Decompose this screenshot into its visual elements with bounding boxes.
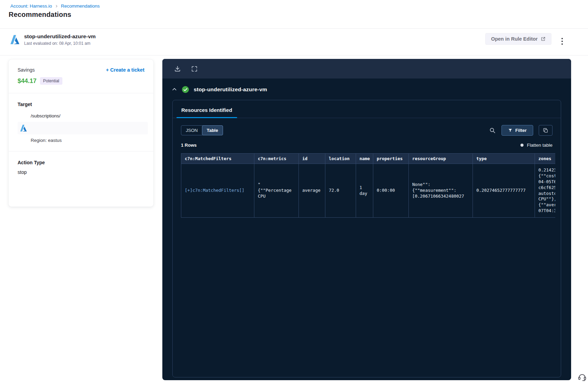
cell-zones: 0.21423 {""cost 04-05T6 c6cf625 autostc … xyxy=(535,164,556,218)
create-ticket-button[interactable]: + Create a ticket xyxy=(106,67,144,73)
column-header: properties xyxy=(373,154,409,164)
column-header: location xyxy=(325,154,356,164)
azure-icon xyxy=(20,124,148,132)
success-check-icon xyxy=(182,86,189,93)
cell-location: 72.0 xyxy=(325,164,356,218)
column-header: zones xyxy=(535,154,556,164)
recommendation-title: stop-underutilized-azure-vm xyxy=(24,33,96,40)
savings-label: Savings xyxy=(18,67,35,73)
savings-amount: $44.17 xyxy=(18,77,37,85)
view-toggle-json[interactable]: JSON xyxy=(181,126,202,135)
more-options-button[interactable] xyxy=(559,36,565,46)
table-header-row: c7n:MatchedFilters c7n:metrics id locati… xyxy=(181,154,556,164)
last-evaluated-text: Last evaluated on: 08 Apr, 10:01 am xyxy=(24,41,96,46)
copy-button[interactable] xyxy=(539,125,552,136)
download-icon[interactable] xyxy=(174,65,181,72)
view-toggle: JSON Table xyxy=(181,125,223,135)
cell-metrics: " {""Percentage CPU xyxy=(254,164,299,218)
flatten-table-toggle[interactable]: Flatten table xyxy=(520,143,552,148)
tab-resources-identified[interactable]: Resources Identified xyxy=(176,107,237,118)
target-resource-row xyxy=(18,122,148,134)
toggle-dot-icon xyxy=(520,144,524,147)
matched-filters-expand-link[interactable]: [+]c7n:MatchedFilters[] xyxy=(181,164,254,218)
target-path: /subscriptions/ xyxy=(31,113,144,118)
rows-count: 1 Rows xyxy=(181,143,197,148)
cell-id: average xyxy=(299,164,325,218)
divider xyxy=(0,55,588,55)
open-rule-editor-label: Open in Rule Editor xyxy=(491,36,538,42)
breadcrumb: Account: Harness.io Recommendations xyxy=(10,3,100,9)
external-link-icon xyxy=(541,37,546,41)
fullscreen-icon[interactable] xyxy=(191,66,197,72)
active-tab-underline xyxy=(176,117,237,118)
recommendation-header: stop-underutilized-azure-vm Last evaluat… xyxy=(0,29,588,55)
column-header: type xyxy=(473,154,535,164)
table-row: [+]c7n:MatchedFilters[] " {""Percentage … xyxy=(181,164,556,218)
view-toggle-table[interactable]: Table xyxy=(202,125,223,135)
divider xyxy=(9,151,153,152)
support-chat-icon[interactable] xyxy=(578,373,587,382)
breadcrumb-recommendations-link[interactable]: Recommendations xyxy=(61,3,100,9)
chevron-right-icon xyxy=(55,4,58,8)
panel-toolbar xyxy=(162,59,571,79)
resources-identified-panel: Resources Identified JSON Table Filter xyxy=(172,100,561,377)
cell-name: 1 day xyxy=(356,164,373,218)
divider xyxy=(9,93,153,93)
cell-properties: 0:00:00 xyxy=(373,164,409,218)
flatten-table-label: Flatten table xyxy=(527,143,552,148)
column-header: c7n:MatchedFilters xyxy=(181,154,254,164)
panel-rule-title: stop-underutilized-azure-vm xyxy=(194,86,267,93)
tab-label: Resources Identified xyxy=(181,107,232,113)
column-header: c7n:metrics xyxy=(254,154,299,164)
potential-badge: Potential xyxy=(40,77,62,85)
cell-resource-group: None"": {""measurement"": [0.20671066342… xyxy=(409,164,473,218)
results-table: c7n:MatchedFilters c7n:metrics id locati… xyxy=(181,153,555,218)
filter-icon xyxy=(508,128,513,133)
tabs-row: Resources Identified xyxy=(173,100,561,118)
target-label: Target xyxy=(18,102,144,107)
cell-type: 0.20274652777777777 xyxy=(473,164,535,218)
open-rule-editor-button[interactable]: Open in Rule Editor xyxy=(485,33,551,45)
collapse-chevron-icon[interactable] xyxy=(172,87,177,92)
target-region: Region: eastus xyxy=(31,138,144,143)
evaluation-output-panel: stop-underutilized-azure-vm Resources Id… xyxy=(162,59,571,380)
column-header: resourceGroup xyxy=(409,154,473,164)
action-type-label: Action Type xyxy=(18,160,144,165)
column-header: name xyxy=(356,154,373,164)
action-type-value: stop xyxy=(18,169,144,175)
search-icon[interactable] xyxy=(489,127,496,134)
breadcrumb-account-link[interactable]: Account: Harness.io xyxy=(10,3,52,9)
column-header: id xyxy=(299,154,325,164)
savings-card: Savings + Create a ticket $44.17 Potenti… xyxy=(9,60,153,207)
page-title: Recommendations xyxy=(9,11,71,19)
filter-button[interactable]: Filter xyxy=(501,125,533,136)
results-table-wrapper: c7n:MatchedFilters c7n:metrics id locati… xyxy=(181,153,555,218)
filter-label: Filter xyxy=(515,128,527,133)
azure-icon xyxy=(10,34,20,45)
